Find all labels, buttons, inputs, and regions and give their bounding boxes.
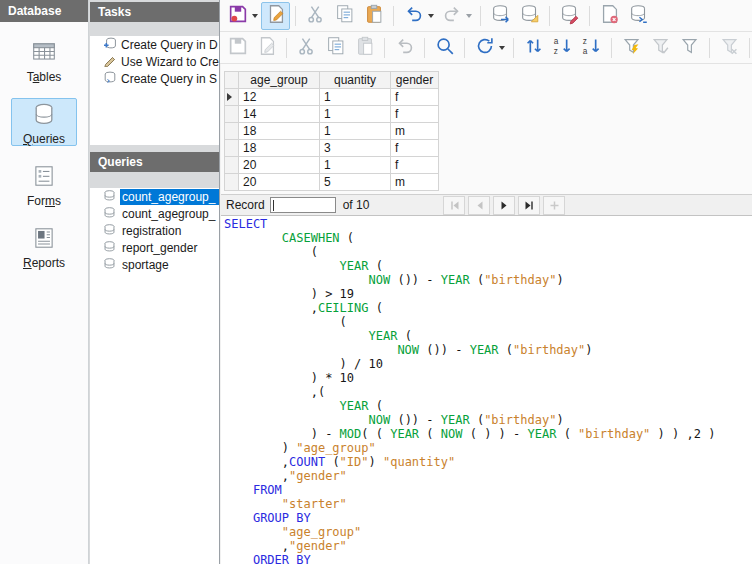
copy-icon — [325, 35, 347, 61]
table-cell[interactable]: 1 — [320, 106, 391, 123]
find-record-button[interactable] — [430, 34, 459, 62]
row-header-cell[interactable] — [225, 157, 239, 174]
refresh-button[interactable] — [470, 34, 499, 62]
cut-record-button[interactable] — [292, 34, 321, 62]
column-header-quantity[interactable]: quantity — [320, 72, 391, 89]
table-row: 205m — [225, 174, 439, 191]
row-header-cell[interactable] — [225, 123, 239, 140]
database-sidebar: Database Tables — [0, 0, 89, 564]
row-header-cell[interactable] — [225, 106, 239, 123]
separator — [709, 38, 710, 58]
first-record-button[interactable] — [443, 196, 465, 215]
table-cell[interactable]: m — [391, 174, 439, 191]
table-row: 201f — [225, 157, 439, 174]
next-record-button[interactable] — [493, 196, 515, 215]
save-record-button[interactable] — [223, 34, 252, 62]
redo-dropdown-arrow[interactable] — [466, 14, 472, 18]
undo-data-button[interactable] — [390, 34, 419, 62]
table-cell[interactable]: m — [391, 123, 439, 140]
separator — [424, 38, 425, 58]
query-list-item[interactable]: report_gender — [103, 239, 220, 256]
sql-line: NOW ()) - YEAR ("birthday") — [224, 273, 752, 287]
standard-filter-button[interactable] — [675, 34, 704, 62]
query-name: count_agegroup_ — [120, 189, 220, 205]
undo-button[interactable] — [399, 2, 428, 30]
query-name: count_agegroup_ — [120, 206, 217, 222]
row-header-cell[interactable] — [225, 140, 239, 157]
column-header-gender[interactable]: gender — [391, 72, 439, 89]
sidebar-item-forms[interactable]: Forms — [0, 160, 88, 208]
table-cell[interactable]: 20 — [239, 174, 320, 191]
query-list-item[interactable]: count_agegroup_ — [103, 188, 220, 205]
new-record-button[interactable] — [543, 196, 565, 215]
paste-button[interactable] — [359, 2, 388, 30]
save-button[interactable] — [223, 2, 252, 30]
report-icon — [31, 225, 57, 255]
query-list-item[interactable]: registration — [103, 222, 220, 239]
svg-text:a: a — [582, 47, 587, 56]
table-cell[interactable]: f — [391, 157, 439, 174]
previous-record-button[interactable] — [468, 196, 490, 215]
sort-ascending-button[interactable]: a z — [548, 34, 577, 62]
query-list-item[interactable]: sportage — [103, 256, 220, 273]
run-query-button[interactable] — [486, 2, 515, 30]
row-header-cell[interactable] — [225, 89, 239, 106]
table-cell[interactable]: 14 — [239, 106, 320, 123]
table-cell[interactable]: 18 — [239, 140, 320, 157]
sidebar-item-reports[interactable]: Reports — [0, 222, 88, 270]
sort-ascending-icon: a z — [552, 35, 574, 61]
refresh-dropdown-arrow[interactable] — [499, 46, 505, 50]
paste-record-button[interactable] — [350, 34, 379, 62]
task-create-query-design[interactable]: Create Query in D — [103, 36, 220, 53]
table-row: 121f — [225, 89, 439, 106]
sidebar-item-queries[interactable]: Queries — [0, 98, 88, 146]
sql-line: SELECT — [224, 217, 752, 231]
sql-editor[interactable]: SELECT CASEWHEN ( ( YEAR ( NOW ()) - YEA… — [221, 216, 752, 564]
sort-descending-button[interactable]: z a — [577, 34, 606, 62]
edit-mode-button[interactable] — [261, 2, 290, 30]
save-dropdown-arrow[interactable] — [252, 14, 258, 18]
table-cell[interactable]: 1 — [320, 89, 391, 106]
sql-line: YEAR ( — [224, 259, 752, 273]
table-data-toolbar: a z z a — [220, 32, 752, 64]
copy-button[interactable] — [330, 2, 359, 30]
last-record-button[interactable] — [518, 196, 540, 215]
cut-button[interactable] — [301, 2, 330, 30]
record-number-input[interactable] — [270, 197, 336, 213]
table-cell[interactable]: 1 — [320, 123, 391, 140]
separator — [384, 38, 385, 58]
task-create-query-sql[interactable]: Create Query in S — [103, 70, 220, 87]
table-cell[interactable]: 1 — [320, 157, 391, 174]
autofilter-icon — [621, 35, 643, 61]
query-list-item[interactable]: count_agegroup_ — [103, 205, 220, 222]
query-result-grid-area: age_groupquantitygender 121f141f181m183f… — [221, 64, 752, 194]
sidebar-item-tables[interactable]: Tables — [0, 36, 88, 84]
table-cell[interactable]: 20 — [239, 157, 320, 174]
query-design-button[interactable] — [515, 2, 544, 30]
task-use-wizard[interactable]: Use Wizard to Cre — [103, 53, 220, 70]
sort-button[interactable] — [519, 34, 548, 62]
table-cell[interactable]: f — [391, 89, 439, 106]
table-cell[interactable]: 12 — [239, 89, 320, 106]
row-header-cell[interactable] — [225, 174, 239, 191]
table-cell[interactable]: 5 — [320, 174, 391, 191]
table-corner-cell[interactable] — [225, 72, 239, 89]
copy-record-button[interactable] — [321, 34, 350, 62]
table-cell[interactable]: f — [391, 106, 439, 123]
table-cell[interactable]: 18 — [239, 123, 320, 140]
edit-query-button[interactable] — [555, 2, 584, 30]
redo-button[interactable] — [437, 2, 466, 30]
reset-filter-button[interactable] — [715, 34, 744, 62]
sql-line: ) "age_group" — [224, 441, 752, 455]
autofilter-button[interactable] — [617, 34, 646, 62]
edit-data-button[interactable] — [252, 34, 281, 62]
run-query-icon — [490, 3, 512, 29]
column-header-age_group[interactable]: age_group — [239, 72, 320, 89]
tasks-panel-body: Create Query in D Use Wizard to Cre — [90, 36, 220, 145]
sql-view-button[interactable] — [624, 2, 653, 30]
undo-dropdown-arrow[interactable] — [428, 14, 434, 18]
table-cell[interactable]: 3 — [320, 140, 391, 157]
table-cell[interactable]: f — [391, 140, 439, 157]
clear-query-button[interactable] — [595, 2, 624, 30]
apply-filter-button[interactable] — [646, 34, 675, 62]
